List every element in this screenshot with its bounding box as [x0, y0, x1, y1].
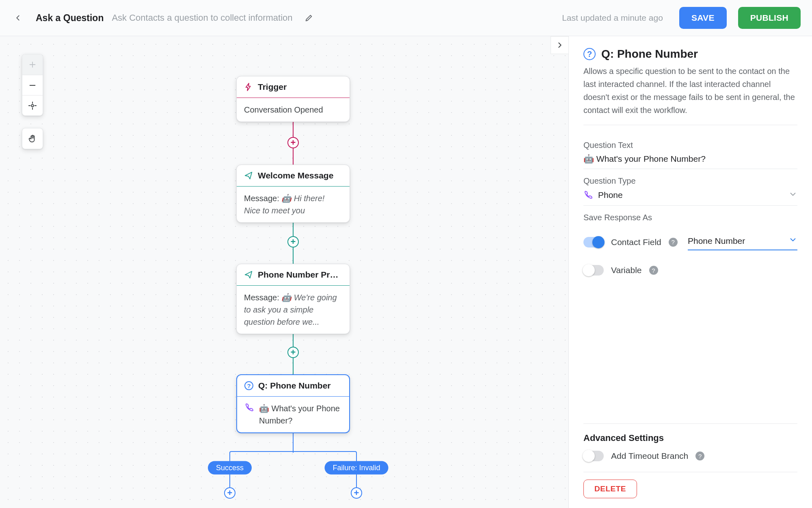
- zoom-in-button[interactable]: [22, 54, 43, 75]
- chevron-down-icon: [788, 235, 797, 246]
- question-text-label: Question Text: [583, 141, 797, 150]
- canvas-toolbox: [22, 54, 43, 149]
- node-premise-body: Message: 🤖 We're going to ask you a simp…: [237, 286, 350, 334]
- timeout-toggle[interactable]: [583, 451, 604, 461]
- save-button[interactable]: SAVE: [679, 7, 727, 29]
- question-type-label: Question Type: [583, 176, 797, 186]
- pan-toolgroup: [22, 128, 43, 149]
- contact-field-label: Contact Field: [611, 237, 661, 247]
- back-button[interactable]: [11, 11, 24, 24]
- side-panel: ? Q: Phone Number Allows a specific ques…: [568, 36, 812, 508]
- workflow-subtitle: Ask Contacts a question to collect infor…: [112, 13, 292, 23]
- node-welcome-body: Message: 🤖 Hi there! Nice to meet you: [237, 187, 350, 222]
- arrow-left-icon: [13, 13, 22, 22]
- zoom-out-button[interactable]: [22, 75, 43, 95]
- node-trigger-title: Trigger: [258, 82, 287, 92]
- plus-icon: [28, 60, 37, 69]
- add-step-after-trigger[interactable]: +: [287, 137, 299, 148]
- node-welcome-message[interactable]: Welcome Message Message: 🤖 Hi there! Nic…: [236, 165, 350, 223]
- collapse-side-panel-button[interactable]: [551, 36, 568, 54]
- chevron-right-icon: [555, 41, 564, 50]
- contact-field-select[interactable]: Phone Number: [688, 234, 797, 250]
- minus-icon: [28, 81, 37, 90]
- node-trigger[interactable]: Trigger Conversation Opened: [236, 76, 350, 122]
- question-icon: ?: [244, 381, 253, 390]
- node-question-body: 🤖 What's your Phone Number?: [237, 397, 349, 432]
- node-phone-premise[interactable]: Phone Number Premise … Message: 🤖 We're …: [236, 264, 350, 334]
- workflow-topbar: Ask a Question Ask Contacts a question t…: [0, 0, 812, 36]
- fit-to-screen-button[interactable]: [22, 95, 43, 115]
- node-premise-title: Phone Number Premise …: [258, 270, 342, 280]
- workflow-title: Ask a Question: [36, 13, 104, 24]
- side-panel-title: Q: Phone Number: [601, 48, 698, 61]
- svg-point-0: [31, 104, 34, 107]
- chevron-down-icon: [788, 190, 797, 200]
- edit-title-button[interactable]: [302, 11, 315, 24]
- variable-label: Variable: [611, 265, 642, 275]
- variable-toggle[interactable]: [583, 265, 604, 276]
- question-text-field[interactable]: 🤖 What's your Phone Number?: [583, 154, 797, 169]
- publish-button[interactable]: PUBLISH: [738, 7, 801, 29]
- save-response-label: Save Response As: [583, 213, 797, 222]
- add-step-after-premise[interactable]: +: [287, 347, 299, 358]
- delete-step-button[interactable]: DELETE: [583, 480, 637, 498]
- phone-icon: [244, 402, 253, 415]
- last-updated-text: Last updated a minute ago: [562, 13, 663, 23]
- recenter-icon: [28, 101, 37, 110]
- help-icon[interactable]: ?: [669, 238, 678, 247]
- hand-icon: [28, 134, 37, 143]
- node-trigger-body: Conversation Opened: [237, 98, 350, 122]
- help-icon[interactable]: ?: [649, 266, 658, 275]
- help-icon[interactable]: ?: [695, 452, 704, 460]
- send-icon: [244, 270, 253, 279]
- add-step-after-welcome[interactable]: +: [287, 236, 299, 247]
- add-step-failure-branch[interactable]: +: [351, 487, 362, 499]
- node-question-title: Q: Phone Number: [258, 381, 331, 391]
- hand-tool-button[interactable]: [22, 128, 43, 149]
- side-panel-description: Allows a specific question to be sent to…: [583, 65, 797, 125]
- pencil-icon: [304, 13, 313, 22]
- node-question-phone[interactable]: ? Q: Phone Number 🤖 What's your Phone Nu…: [236, 374, 350, 433]
- advanced-settings-label: Advanced Settings: [583, 423, 797, 443]
- node-welcome-title: Welcome Message: [258, 171, 333, 180]
- contact-field-toggle[interactable]: [583, 237, 604, 247]
- workflow-canvas[interactable]: Trigger Conversation Opened + Welcome Me…: [0, 36, 568, 508]
- add-step-success-branch[interactable]: +: [224, 487, 235, 499]
- timeout-label: Add Timeout Branch: [611, 451, 688, 461]
- branch-failure[interactable]: Failure: Invalid: [324, 461, 388, 475]
- question-type-select[interactable]: Phone: [583, 190, 797, 206]
- branch-success[interactable]: Success: [208, 461, 252, 475]
- zoom-toolgroup: [22, 54, 43, 116]
- question-icon: ?: [583, 48, 596, 60]
- send-icon: [244, 171, 253, 180]
- phone-icon: [583, 190, 592, 200]
- lightning-icon: [244, 82, 253, 91]
